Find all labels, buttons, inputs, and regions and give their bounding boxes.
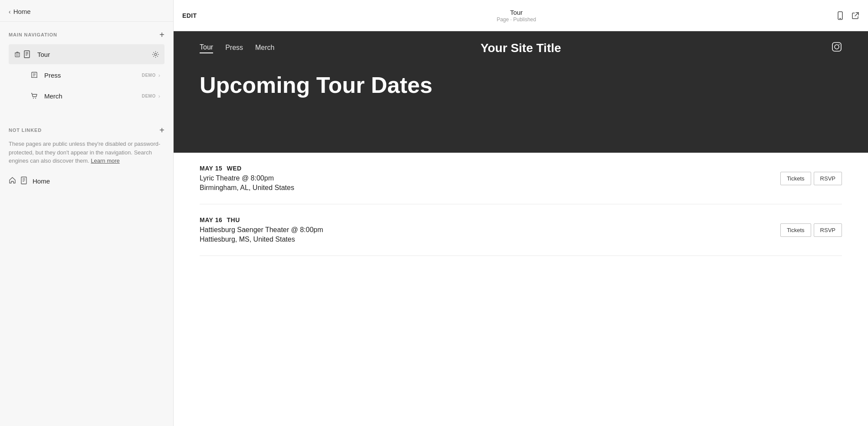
top-bar-center: Tour Page · Published <box>496 9 536 23</box>
tour-date-venue-2: Hattiesburg Saenger Theater @ 8:00pm <box>200 226 780 234</box>
sidebar-back-nav: ‹ Home <box>0 0 173 22</box>
merch-item-badge: DEMO <box>142 94 156 98</box>
rsvp-button-1[interactable]: RSVP <box>814 172 842 185</box>
tour-date-day-1: WED <box>227 165 241 172</box>
add-nav-item-button[interactable]: + <box>159 30 164 39</box>
svg-line-18 <box>855 13 858 16</box>
merch-chevron-icon: › <box>158 93 160 99</box>
svg-point-11 <box>35 98 36 99</box>
svg-rect-12 <box>21 177 26 184</box>
tour-date-actions-1: Tickets RSVP <box>780 172 842 185</box>
home-icon <box>9 177 16 186</box>
not-linked-section: NOT LINKED + These pages are public unle… <box>0 117 173 165</box>
tour-item-actions <box>151 50 160 59</box>
tour-date-header-2: MAY 16 THU <box>200 216 780 223</box>
mobile-preview-button[interactable] <box>836 11 845 20</box>
rsvp-button-2[interactable]: RSVP <box>814 223 842 237</box>
svg-point-8 <box>155 53 157 56</box>
nav-link-tour[interactable]: Tour <box>200 43 213 53</box>
press-chevron-icon: › <box>158 72 160 79</box>
main-nav-header: MAIN NAVIGATION + <box>9 30 164 39</box>
tour-date-venue-1: Lyric Theatre @ 8:00pm <box>200 174 780 182</box>
tour-page-icon <box>22 49 33 60</box>
tour-date-location-2: Hattiesburg, MS, United States <box>200 236 780 243</box>
sidebar-item-home[interactable]: Home <box>0 172 173 190</box>
tickets-button-2[interactable]: Tickets <box>780 223 811 237</box>
svg-point-10 <box>33 98 34 99</box>
press-item-badge: DEMO <box>142 73 156 78</box>
page-title: Tour <box>496 9 536 16</box>
tour-dates-list: MAY 15 WED Lyric Theatre @ 8:00pm Birmin… <box>174 153 868 256</box>
sidebar-item-merch[interactable]: Merch DEMO › <box>9 86 164 106</box>
tickets-button-1[interactable]: Tickets <box>780 172 811 185</box>
tour-date-row: MAY 15 WED Lyric Theatre @ 8:00pm Birmin… <box>200 153 842 204</box>
home-item-label: Home <box>33 177 50 185</box>
learn-more-link[interactable]: Learn more <box>91 157 119 164</box>
sidebar-item-press[interactable]: Press DEMO › <box>9 65 164 85</box>
main-nav-title: MAIN NAVIGATION <box>9 32 57 37</box>
tour-date-location-1: Birmingham, AL, United States <box>200 184 780 192</box>
not-linked-header: NOT LINKED + <box>9 126 164 134</box>
not-linked-description: These pages are public unless they're di… <box>9 140 164 165</box>
tour-date-header-1: MAY 15 WED <box>200 165 780 172</box>
edit-button[interactable]: EDIT <box>182 12 197 19</box>
top-bar: EDIT Tour Page · Published <box>174 0 868 31</box>
tour-settings-button[interactable] <box>151 50 160 59</box>
home-page-doc-icon <box>20 177 28 186</box>
main-content: EDIT Tour Page · Published <box>174 0 868 426</box>
svg-point-20 <box>835 45 839 49</box>
gear-icon <box>152 51 159 58</box>
top-bar-left: EDIT <box>182 12 197 19</box>
sidebar-item-tour[interactable]: Tour <box>9 44 164 64</box>
tour-date-date-1: MAY 15 <box>200 165 222 172</box>
page-status: Page · Published <box>496 16 536 23</box>
back-home-label: Home <box>13 8 31 15</box>
tour-date-row: MAY 16 THU Hattiesburg Saenger Theater @… <box>200 204 842 256</box>
preview-area: Tour Press Merch Your Site Title Upcomi <box>174 31 868 426</box>
svg-rect-19 <box>832 43 841 51</box>
back-chevron-icon: ‹ <box>9 8 11 15</box>
external-link-button[interactable] <box>852 12 859 20</box>
not-linked-title: NOT LINKED <box>9 128 42 133</box>
site-title: Your Site Title <box>480 41 561 55</box>
site-header: Tour Press Merch Your Site Title Upcomi <box>174 31 868 153</box>
mobile-icon <box>836 11 845 20</box>
tour-date-day-2: THU <box>227 216 240 223</box>
add-not-linked-button[interactable]: + <box>159 126 164 134</box>
tour-date-actions-2: Tickets RSVP <box>780 223 842 237</box>
tour-item-label: Tour <box>37 51 151 58</box>
page-heading: Upcoming Tour Dates <box>200 72 842 98</box>
site-nav: Tour Press Merch Your Site Title <box>200 42 842 55</box>
trash-icon <box>14 51 21 58</box>
tour-date-date-2: MAY 16 <box>200 216 222 223</box>
merch-cart-icon <box>29 90 40 102</box>
press-item-label: Press <box>44 72 139 79</box>
tour-date-info-2: MAY 16 THU Hattiesburg Saenger Theater @… <box>200 216 780 243</box>
svg-point-21 <box>839 44 840 45</box>
top-bar-right <box>836 11 859 20</box>
site-nav-right <box>832 42 842 55</box>
nav-link-merch[interactable]: Merch <box>255 44 274 53</box>
instagram-icon[interactable] <box>832 42 842 55</box>
sidebar: ‹ Home MAIN NAVIGATION + <box>0 0 174 426</box>
svg-rect-0 <box>15 53 20 57</box>
delete-tour-button[interactable] <box>13 50 22 59</box>
tour-date-info-1: MAY 15 WED Lyric Theatre @ 8:00pm Birmin… <box>200 165 780 192</box>
svg-rect-4 <box>24 51 30 58</box>
merch-item-label: Merch <box>44 92 139 100</box>
site-nav-links: Tour Press Merch <box>200 43 274 53</box>
back-home-link[interactable]: ‹ Home <box>9 8 164 15</box>
external-link-icon <box>852 12 859 20</box>
nav-link-press[interactable]: Press <box>225 44 243 53</box>
press-page-icon <box>29 69 40 81</box>
main-navigation-section: MAIN NAVIGATION + <box>0 22 173 107</box>
